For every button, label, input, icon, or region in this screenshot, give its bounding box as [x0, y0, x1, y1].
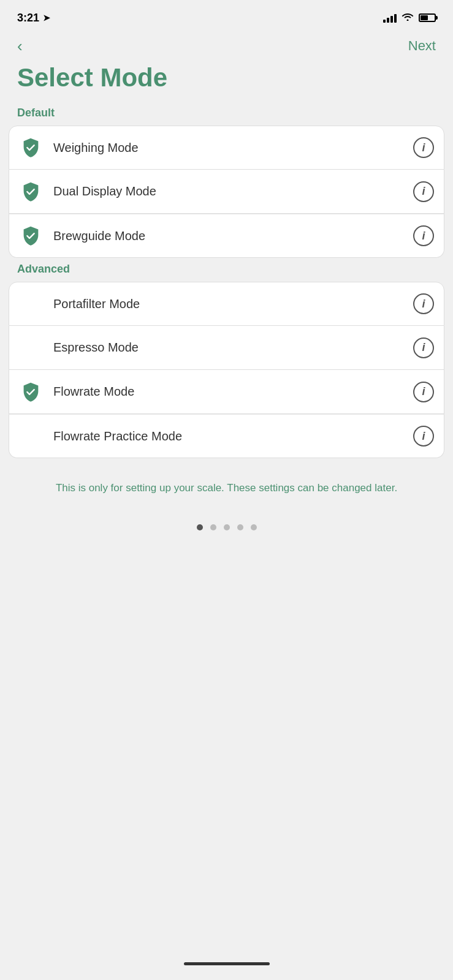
mode-item-brewguide[interactable]: Brewguide Mode i: [9, 214, 444, 258]
shield-check-icon-flowrate: [19, 380, 42, 404]
dot-5: [251, 524, 257, 530]
shield-check-icon-brewguide: [19, 224, 42, 247]
shield-check-icon-dual-display: [19, 180, 42, 203]
status-bar: 3:21 ➤: [0, 0, 453, 32]
wifi-icon: [402, 12, 414, 23]
time-label: 3:21: [17, 12, 39, 24]
section-label-default: Default: [0, 107, 453, 126]
info-button-espresso[interactable]: i: [413, 337, 434, 358]
page-dots: [0, 518, 453, 555]
info-button-weighing[interactable]: i: [413, 137, 434, 158]
mode-name-portafilter: Portafilter Mode: [53, 297, 413, 311]
mode-name-espresso: Espresso Mode: [53, 341, 413, 355]
info-button-brewguide[interactable]: i: [413, 225, 434, 246]
dot-4: [237, 524, 243, 530]
status-icons: [383, 12, 436, 23]
mode-item-flowrate[interactable]: Flowrate Mode i: [9, 370, 444, 414]
dot-2: [210, 524, 216, 530]
no-icon-flowrate-practice: [19, 424, 42, 448]
mode-item-weighing[interactable]: Weighing Mode i: [9, 126, 444, 170]
mode-item-espresso[interactable]: Espresso Mode i: [9, 326, 444, 370]
status-time: 3:21 ➤: [17, 12, 50, 24]
battery-icon: [419, 13, 436, 22]
mode-name-dual-display: Dual Display Mode: [53, 184, 413, 198]
back-button[interactable]: ‹: [17, 38, 23, 54]
info-button-dual-display[interactable]: i: [413, 181, 434, 202]
dot-1: [197, 524, 203, 530]
mode-name-flowrate: Flowrate Mode: [53, 385, 413, 399]
info-button-flowrate-practice[interactable]: i: [413, 426, 434, 447]
section-label-advanced: Advanced: [0, 263, 453, 282]
home-indicator: [0, 950, 453, 980]
home-bar: [184, 962, 270, 965]
default-modes-list: Weighing Mode i Dual Display Mode i Brew…: [0, 126, 453, 258]
info-button-portafilter[interactable]: i: [413, 293, 434, 314]
location-icon: ➤: [43, 13, 50, 23]
dot-3: [224, 524, 230, 530]
mode-name-weighing: Weighing Mode: [53, 141, 413, 155]
info-button-flowrate[interactable]: i: [413, 382, 434, 402]
mode-item-dual-display[interactable]: Dual Display Mode i: [9, 170, 444, 214]
no-icon-espresso: [19, 336, 42, 360]
mode-name-flowrate-practice: Flowrate Practice Mode: [53, 429, 413, 443]
mode-item-flowrate-practice[interactable]: Flowrate Practice Mode i: [9, 414, 444, 458]
next-button[interactable]: Next: [408, 38, 436, 54]
mode-name-brewguide: Brewguide Mode: [53, 229, 413, 243]
mode-item-portafilter[interactable]: Portafilter Mode i: [9, 282, 444, 326]
page-title: Select Mode: [0, 64, 453, 107]
shield-check-icon-weighing: [19, 136, 42, 159]
advanced-modes-list: Portafilter Mode i Espresso Mode i Flowr…: [0, 282, 453, 458]
nav-bar: ‹ Next: [0, 32, 453, 64]
footer-note: This is only for setting up your scale. …: [0, 463, 453, 518]
no-icon-portafilter: [19, 292, 42, 315]
signal-icon: [383, 13, 397, 23]
